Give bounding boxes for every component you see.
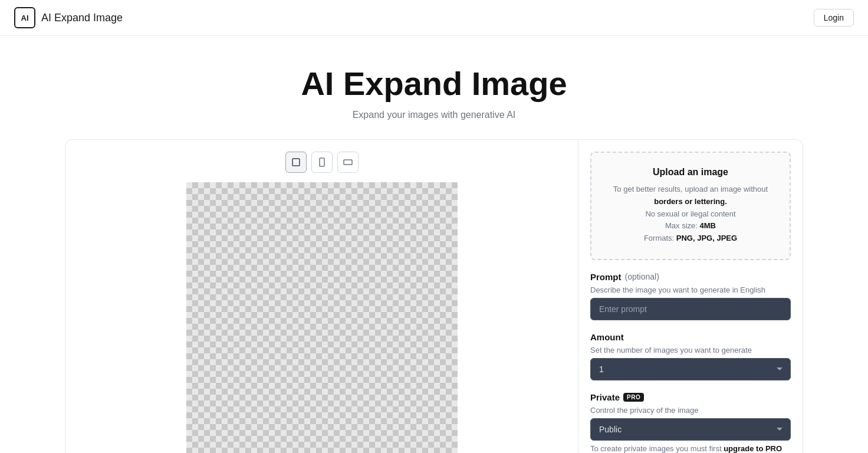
upload-desc-2: No sexual or ilegal content	[645, 209, 735, 218]
upload-desc-4: Formats:	[644, 234, 676, 242]
aspect-square-button[interactable]	[285, 152, 307, 173]
prompt-label: Prompt (optional)	[590, 272, 791, 282]
amount-select[interactable]: 1 2 3 4	[590, 358, 791, 380]
landscape-icon	[343, 157, 353, 167]
upgrade-text: To create private images you must first …	[590, 444, 791, 453]
header: AI AI Expand Image Login	[0, 0, 868, 36]
hero-section: AI Expand Image Expand your images with …	[0, 36, 868, 139]
svg-rect-1	[320, 158, 324, 166]
prompt-section: Prompt (optional) Describe the image you…	[590, 272, 791, 320]
aspect-ratio-controls	[77, 152, 566, 173]
amount-hint: Set the number of images you want to gen…	[590, 346, 791, 354]
upload-area[interactable]: Upload an image To get better results, u…	[590, 152, 791, 260]
main-card: Upload an image To get better results, u…	[65, 139, 803, 453]
canvas-area	[186, 182, 458, 453]
portrait-icon	[317, 157, 327, 167]
amount-label: Amount	[590, 332, 791, 342]
upload-title: Upload an image	[601, 167, 780, 178]
private-section: Private PRO Control the privacy of the i…	[590, 392, 791, 453]
aspect-landscape-button[interactable]	[337, 152, 359, 173]
right-panel: Upload an image To get better results, u…	[578, 140, 803, 453]
hero-title: AI Expand Image	[14, 64, 854, 103]
prompt-hint: Describe the image you want to generate …	[590, 285, 791, 294]
amount-section: Amount Set the number of images you want…	[590, 332, 791, 380]
left-panel	[65, 140, 578, 453]
upload-formats: PNG, JPG, JPEG	[676, 234, 737, 242]
checkerboard-canvas	[186, 182, 458, 453]
pro-badge: PRO	[623, 393, 644, 402]
upload-max-size: 4MB	[700, 221, 716, 230]
upload-bold-1: borders or lettering.	[654, 197, 727, 206]
square-icon	[291, 157, 301, 167]
svg-rect-2	[344, 160, 352, 165]
upload-description: To get better results, upload an image w…	[601, 183, 780, 245]
upgrade-link[interactable]: upgrade to PRO	[724, 444, 782, 453]
prompt-optional: (optional)	[625, 272, 659, 281]
upload-desc-1: To get better results, upload an image w…	[613, 185, 768, 193]
hero-subtitle: Expand your images with generative AI	[14, 110, 854, 120]
svg-rect-0	[292, 159, 300, 166]
logo-text: AI Expand Image	[41, 12, 123, 24]
prompt-input[interactable]	[590, 298, 791, 320]
aspect-portrait-button[interactable]	[311, 152, 333, 173]
private-label: Private PRO	[590, 392, 791, 402]
logo-icon: AI	[14, 7, 35, 28]
private-hint: Control the privacy of the image	[590, 406, 791, 415]
privacy-select[interactable]: Public Private	[590, 418, 791, 441]
main-content: Upload an image To get better results, u…	[51, 139, 817, 453]
login-button[interactable]: Login	[814, 9, 854, 27]
upload-desc-3: Max size:	[665, 221, 700, 230]
logo: AI AI Expand Image	[14, 7, 123, 28]
